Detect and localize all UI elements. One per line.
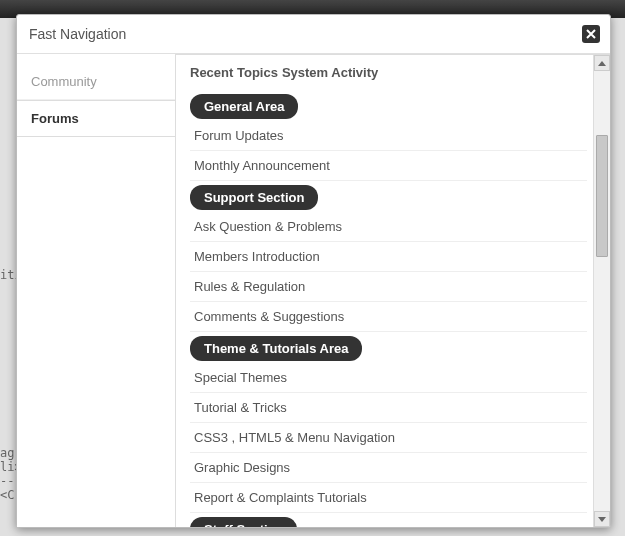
scroll-up-button[interactable] (594, 55, 610, 71)
close-button[interactable] (582, 25, 600, 43)
content-panel: Recent TopicsSystem ActivityGeneral Area… (175, 54, 610, 527)
sidebar-item-forums[interactable]: Forums (17, 100, 175, 137)
top-link[interactable]: Recent Topics (190, 65, 278, 80)
fast-navigation-modal: Fast Navigation CommunityForums Recent T… (16, 14, 611, 528)
top-link[interactable]: System Activity (282, 65, 378, 80)
scroll-down-button[interactable] (594, 511, 610, 527)
scroll-thumb[interactable] (596, 135, 608, 257)
forum-link[interactable]: Graphic Designs (190, 453, 587, 483)
forum-link[interactable]: Report & Complaints Tutorials (190, 483, 587, 513)
forum-link[interactable]: Special Themes (190, 363, 587, 393)
section-header[interactable]: Staff Section (190, 517, 297, 527)
content-scroll: Recent TopicsSystem ActivityGeneral Area… (176, 55, 593, 527)
sidebar-item-community[interactable]: Community (17, 64, 175, 100)
forum-link[interactable]: Forum Updates (190, 121, 587, 151)
modal-header: Fast Navigation (17, 15, 610, 54)
section-header[interactable]: General Area (190, 94, 298, 119)
scrollbar[interactable] (593, 55, 610, 527)
forum-link[interactable]: Rules & Regulation (190, 272, 587, 302)
top-links: Recent TopicsSystem Activity (190, 65, 587, 80)
section-header[interactable]: Theme & Tutorials Area (190, 336, 362, 361)
forum-link[interactable]: CSS3 , HTML5 & Menu Navigation (190, 423, 587, 453)
close-icon (586, 29, 596, 39)
forum-link[interactable]: Ask Question & Problems (190, 212, 587, 242)
section-header[interactable]: Support Section (190, 185, 318, 210)
sidebar: CommunityForums (17, 54, 175, 527)
forum-link[interactable]: Members Introduction (190, 242, 587, 272)
modal-body: CommunityForums Recent TopicsSystem Acti… (17, 54, 610, 527)
forum-link[interactable]: Comments & Suggestions (190, 302, 587, 332)
forum-link[interactable]: Tutorial & Tricks (190, 393, 587, 423)
modal-title: Fast Navigation (29, 26, 582, 42)
forum-link[interactable]: Monthly Announcement (190, 151, 587, 181)
